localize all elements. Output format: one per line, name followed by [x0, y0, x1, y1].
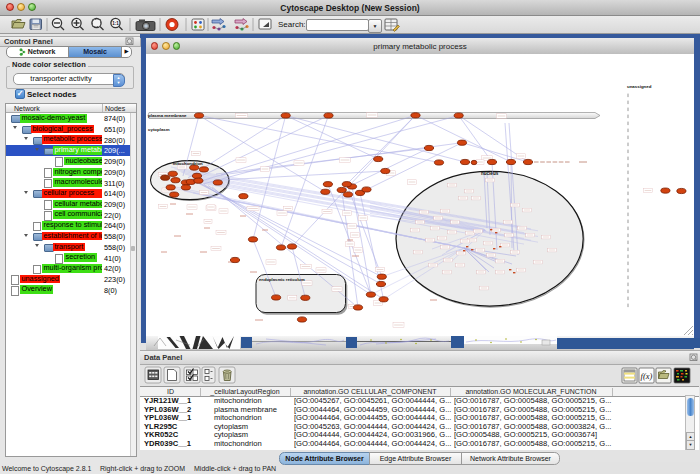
svg-text:Search:: Search: [278, 20, 306, 29]
svg-text:1:1: 1:1 [112, 21, 119, 26]
svg-text:cytoplasm: cytoplasm [148, 127, 170, 132]
svg-text:plasma membrane: plasma membrane [148, 113, 187, 118]
svg-text:endoplasmic reticulum: endoplasmic reticulum [259, 277, 305, 282]
svg-text:nucleus: nucleus [481, 171, 499, 176]
svg-text:f(x): f(x) [641, 371, 653, 381]
svg-text:unassigned: unassigned [627, 84, 652, 89]
svg-text:mitochondrion: mitochondrion [173, 161, 203, 166]
